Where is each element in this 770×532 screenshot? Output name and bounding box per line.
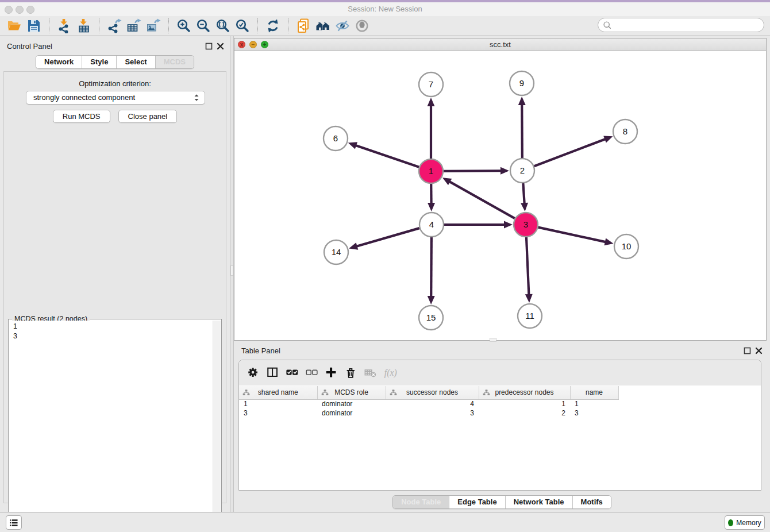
graph-node-15[interactable]: 15 [419,306,443,330]
graph-node-9[interactable]: 9 [510,71,534,95]
float-panel-icon[interactable] [205,43,213,50]
tab-style[interactable]: Style [82,56,116,68]
close-table-panel-icon[interactable] [755,347,763,354]
hide-panel-button[interactable] [333,17,352,34]
open-session-button[interactable] [5,17,24,34]
column-header-shared-name[interactable]: shared name [239,386,317,399]
tab-network[interactable]: Network [36,56,82,68]
column-header-successor-nodes[interactable]: successor nodes [386,386,479,399]
fx-disabled-button: f(x) [382,364,399,381]
split-panel-button[interactable] [264,364,282,381]
graph-edge-1-6[interactable] [348,142,419,167]
graph-edge-1-7[interactable] [428,98,435,159]
horizontal-splitter-handle[interactable] [490,338,496,342]
float-table-panel-icon[interactable] [744,347,751,354]
zoom-selected-button[interactable] [233,17,252,34]
vertical-splitter[interactable] [230,36,234,512]
import-network-button[interactable] [55,17,74,34]
graph-edge-1-4[interactable] [428,184,435,211]
column-header-predecessor-nodes[interactable]: predecessor nodes [479,386,570,399]
table-cell[interactable]: dominator [317,408,386,418]
home-button[interactable] [313,17,333,34]
graph-node-4[interactable]: 4 [419,213,444,237]
zoom-out-button[interactable] [194,17,213,34]
mcds-result-item[interactable]: 1 [13,322,213,331]
graph-edge-1-2[interactable] [444,167,509,175]
graph-edge-4-3[interactable] [444,221,513,229]
select-all-button[interactable] [284,364,301,381]
network-window-titlebar[interactable]: x − + scc.txt [234,38,766,51]
table-cell[interactable]: 1 [239,399,317,408]
settings-gear-button[interactable] [245,364,262,381]
node-table[interactable]: shared nameMCDS rolesuccessor nodesprede… [239,386,761,490]
export-image-button[interactable] [144,17,163,34]
tab-select[interactable]: Select [116,56,155,68]
toolbar-separator [99,18,99,33]
refresh-icon [265,18,280,33]
tab-edge-table[interactable]: Edge Table [449,496,505,508]
import-table-button[interactable] [74,17,94,34]
graph-node-10[interactable]: 10 [614,234,638,259]
graph-node-8[interactable]: 8 [613,119,637,144]
optimization-criterion-select[interactable]: strongly connected component [26,91,205,105]
export-network-button[interactable] [105,17,124,34]
graph-edge-3-1[interactable] [442,178,515,218]
graph-edge-2-9[interactable] [518,97,526,158]
table-cell[interactable]: 2 [479,408,570,418]
refresh-button[interactable] [263,17,283,34]
show-log-button[interactable] [6,515,22,530]
graph-node-7[interactable]: 7 [419,72,443,97]
mcds-result-item[interactable]: 3 [13,331,213,341]
splitter-handle[interactable] [230,265,233,276]
export-table-button[interactable] [124,17,144,34]
graph-edge-2-8[interactable] [534,136,613,166]
graph-node-6[interactable]: 6 [324,126,348,151]
column-header-name[interactable]: name [570,386,618,399]
table-cell[interactable]: 1 [479,399,570,408]
graph-node-11[interactable]: 11 [518,304,542,328]
table-cell[interactable]: 4 [386,399,479,408]
graph-node-label: 14 [332,247,341,257]
search-box[interactable] [598,18,764,32]
graph-node-3[interactable]: 3 [514,213,538,237]
graph-node-2[interactable]: 2 [510,159,534,183]
mcds-result-list[interactable]: 13 [9,321,213,532]
close-panel-icon[interactable] [217,43,224,50]
table-cell[interactable]: dominator [317,399,386,408]
tab-mcds[interactable]: MCDS [155,56,194,68]
deselect-all-icon [305,366,319,380]
tab-network-table[interactable]: Network Table [505,496,572,508]
table-cell[interactable]: 3 [570,408,618,418]
table-row[interactable]: 3dominator323 [239,408,618,418]
graph-node-14[interactable]: 14 [324,240,348,264]
tab-node-table[interactable]: Node Table [393,496,449,508]
save-session-button[interactable] [24,17,44,34]
network-canvas[interactable]: 7968124314101511 [234,51,766,340]
graph-edge-3-10[interactable] [538,228,613,246]
table-cell[interactable]: 3 [239,408,317,418]
titlebar: Session: New Session [0,2,770,16]
result-scrollbar[interactable] [213,321,221,532]
run-mcds-button[interactable]: Run MCDS [53,110,110,123]
zoom-fit-button[interactable] [213,17,233,34]
graph-node-1[interactable]: 1 [419,159,443,183]
delete-column-button[interactable] [342,364,360,381]
add-column-button[interactable] [323,364,340,381]
table-cell[interactable]: 3 [386,408,479,418]
search-input[interactable] [611,20,764,31]
deselect-all-button[interactable] [303,364,321,381]
graph-edge-3-11[interactable] [525,237,533,303]
close-panel-button[interactable]: Close panel [118,110,178,123]
table-cell[interactable]: 1 [570,399,618,408]
table-row[interactable]: 1dominator411 [239,399,618,408]
select-all-icon [286,366,299,380]
column-header-MCDS-role[interactable]: MCDS role [317,386,386,399]
graph-edge-4-15[interactable] [428,237,435,304]
graph-edge-4-14[interactable] [349,228,419,250]
clone-network-button[interactable] [294,17,313,34]
memory-button[interactable]: Memory [725,515,765,530]
zoom-in-button[interactable] [174,17,194,34]
tab-motifs[interactable]: Motifs [572,496,611,508]
hide-panel-icon [335,18,350,33]
graph-edge-2-3[interactable] [521,183,528,211]
